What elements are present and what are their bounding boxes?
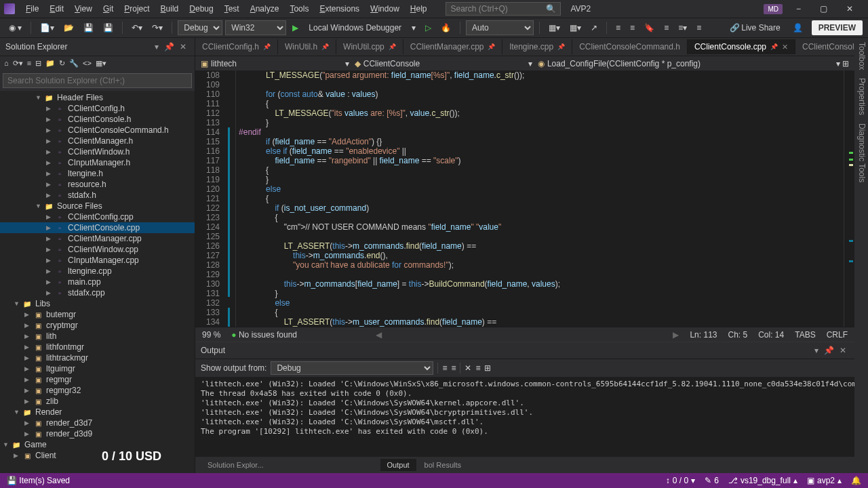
clear-icon[interactable]: ✕ xyxy=(465,363,471,373)
tb-icon[interactable]: ≡ xyxy=(627,21,638,35)
tree-lithtrackmgr[interactable]: ▣lithtrackmgr xyxy=(0,352,195,363)
tree-stdafx.cpp[interactable]: ▫stdafx.cpp xyxy=(0,287,195,298)
tree-lith[interactable]: ▣lith xyxy=(0,331,195,342)
close-window-button[interactable]: ✕ xyxy=(841,1,859,16)
tree-CClientWindow.cpp[interactable]: ▫CClientWindow.cpp xyxy=(0,244,195,255)
char-number[interactable]: Ch: 5 xyxy=(728,330,747,340)
hot-reload-button[interactable]: 🔥 xyxy=(437,21,454,35)
solution-search-input[interactable] xyxy=(3,73,192,88)
tb-icon[interactable]: 🔖 xyxy=(641,21,658,35)
tab-find-results[interactable]: bol Results xyxy=(418,459,468,471)
dropdown-icon[interactable]: ▾ xyxy=(812,344,821,357)
solution-tree[interactable]: 📁Header Files▫CClientConfig.h▫CClientCon… xyxy=(0,91,195,473)
toolbox-tab[interactable]: Toolbox xyxy=(856,42,867,70)
refresh-icon[interactable]: ↻ xyxy=(59,59,65,68)
breadcrumb-class[interactable]: ◆CClientConsole xyxy=(355,59,420,68)
maximize-button[interactable]: ▢ xyxy=(814,1,833,16)
tab-CClientConsoleCommand.h[interactable]: CClientConsoleCommand.h xyxy=(572,39,688,54)
menu-test[interactable]: Test xyxy=(219,1,245,16)
save-all-button[interactable]: 💾 xyxy=(100,21,117,35)
home-icon[interactable]: ⌂ xyxy=(4,59,9,68)
open-button[interactable]: 📂 xyxy=(60,21,77,35)
pin-icon[interactable]: 📌 xyxy=(389,43,396,50)
pin-icon[interactable]: 📌 xyxy=(161,41,177,53)
tree-zlib[interactable]: ▣zlib xyxy=(0,396,195,407)
tb-icon[interactable]: ↗ xyxy=(587,21,601,35)
liveshare-button[interactable]: 🔗 Live Share xyxy=(726,21,783,35)
tree-Client[interactable]: ▣Client xyxy=(0,450,195,461)
tree-Render[interactable]: 📁Render xyxy=(0,407,195,418)
menu-debug[interactable]: Debug xyxy=(184,1,218,16)
tab-CClientConfig.h[interactable]: CClientConfig.h📌 xyxy=(195,39,278,54)
pin-icon[interactable]: 📌 xyxy=(557,43,565,50)
sb-project[interactable]: ▣ avp2 ▴ xyxy=(807,476,842,485)
tab-WinUtil.cpp[interactable]: WinUtil.cpp📌 xyxy=(336,39,403,54)
tree-CClientManager.h[interactable]: ▫CClientManager.h xyxy=(0,136,195,146)
tree-Header Files[interactable]: 📁Header Files xyxy=(0,92,195,103)
output-content[interactable]: 'lithtech.exe' (Win32): Loaded 'C:\Windo… xyxy=(195,377,854,457)
new-button[interactable]: 📄▾ xyxy=(37,21,58,35)
col-number[interactable]: Col: 14 xyxy=(758,330,784,340)
line-number[interactable]: Ln: 113 xyxy=(690,330,717,340)
menu-window[interactable]: Window xyxy=(365,1,405,16)
menu-file[interactable]: File xyxy=(20,1,44,16)
tree-CClientConsole.cpp[interactable]: ▫CClientConsole.cpp xyxy=(0,222,195,233)
tree-render_d3d9[interactable]: ▣render_d3d9 xyxy=(0,428,195,439)
output-btn[interactable]: ≡ xyxy=(451,363,456,373)
tb-icon[interactable]: ≡▾ xyxy=(675,21,690,35)
feedback-button[interactable]: 👤 xyxy=(789,21,806,35)
breadcrumb-method[interactable]: ◉Load_ConfigFile(CClientConfig * p_confi… xyxy=(538,59,701,68)
tb-icon[interactable]: ▦▾ xyxy=(545,21,564,35)
menu-tools[interactable]: Tools xyxy=(284,1,314,16)
collapse-icon[interactable]: ⊟ xyxy=(35,59,41,68)
sb-changes[interactable]: ✎ 6 xyxy=(705,476,719,485)
pin-icon[interactable]: 📌 xyxy=(821,344,837,357)
menu-analyze[interactable]: Analyze xyxy=(245,1,285,16)
menu-view[interactable]: View xyxy=(69,1,98,16)
pin-icon[interactable]: 📌 xyxy=(321,43,329,50)
output-btn[interactable]: ≡ xyxy=(442,363,447,373)
debug-dropdown[interactable]: ▾ xyxy=(408,21,419,35)
tab-CClientConsole.h[interactable]: CClientConsole.h xyxy=(795,39,854,54)
tree-cryptmgr[interactable]: ▣cryptmgr xyxy=(0,320,195,331)
tree-regmgr[interactable]: ▣regmgr xyxy=(0,374,195,385)
tree-stdafx.h[interactable]: ▫stdafx.h xyxy=(0,190,195,201)
pin-icon[interactable]: 📌 xyxy=(770,43,778,50)
save-button[interactable]: 💾 xyxy=(80,21,97,35)
tab-CClientConsole.cpp[interactable]: CClientConsole.cpp📌✕ xyxy=(688,39,795,54)
breadcrumb-project[interactable]: ▣lithtech xyxy=(201,59,237,68)
redo-button[interactable]: ↷▾ xyxy=(149,21,166,35)
issues-status[interactable]: ● No issues found xyxy=(231,330,297,340)
tree-ltengine.h[interactable]: ▫ltengine.h xyxy=(0,168,195,179)
menu-build[interactable]: Build xyxy=(155,1,184,16)
tab-output[interactable]: Output xyxy=(380,459,416,471)
tree-main.cpp[interactable]: ▫main.cpp xyxy=(0,277,195,287)
notifications-icon[interactable]: 🔔 xyxy=(851,476,861,485)
preview-icon[interactable]: ▦▾ xyxy=(96,59,106,68)
wrap-icon[interactable]: ≡ xyxy=(475,363,480,373)
line-ending[interactable]: CRLF xyxy=(827,330,848,340)
tree-CClientManager.cpp[interactable]: ▫CClientManager.cpp xyxy=(0,233,195,244)
tree-ltengine.cpp[interactable]: ▫ltengine.cpp xyxy=(0,266,195,277)
tree-render_d3d7[interactable]: ▣render_d3d7 xyxy=(0,418,195,428)
tree-CClientConfig.h[interactable]: ▫CClientConfig.h xyxy=(0,103,195,114)
pin-icon[interactable]: 📌 xyxy=(263,43,271,50)
tree-resource.h[interactable]: ▫resource.h xyxy=(0,179,195,190)
tree-Source Files[interactable]: 📁Source Files xyxy=(0,201,195,211)
tree-Game[interactable]: 📁Game xyxy=(0,439,195,450)
minimap[interactable] xyxy=(844,70,854,327)
code-editor[interactable]: 1081091101111121131141151161171181191201… xyxy=(195,70,854,327)
tree-CClientConfig.cpp[interactable]: ▫CClientConfig.cpp xyxy=(0,211,195,222)
tree-Libs[interactable]: 📁Libs xyxy=(0,298,195,309)
menu-project[interactable]: Project xyxy=(119,1,155,16)
output-source-dropdown[interactable]: Debug xyxy=(271,361,433,375)
tree-CInputManager.h[interactable]: ▫CInputManager.h xyxy=(0,157,195,168)
sb-errors[interactable]: ↕ 0 / 0 ▾ xyxy=(666,476,695,485)
split-icon[interactable]: ▾ ⊞ xyxy=(836,59,849,68)
start-debug-button[interactable]: ▶ xyxy=(289,21,302,35)
code-content[interactable]: LT_MESSAGE("parsed argument: field_name[… xyxy=(236,70,844,327)
tabs-mode[interactable]: TABS xyxy=(795,330,815,340)
menu-edit[interactable]: Edit xyxy=(44,1,69,16)
tree-regmgr32[interactable]: ▣regmgr32 xyxy=(0,385,195,396)
filter-icon[interactable]: ≡ xyxy=(27,59,31,68)
